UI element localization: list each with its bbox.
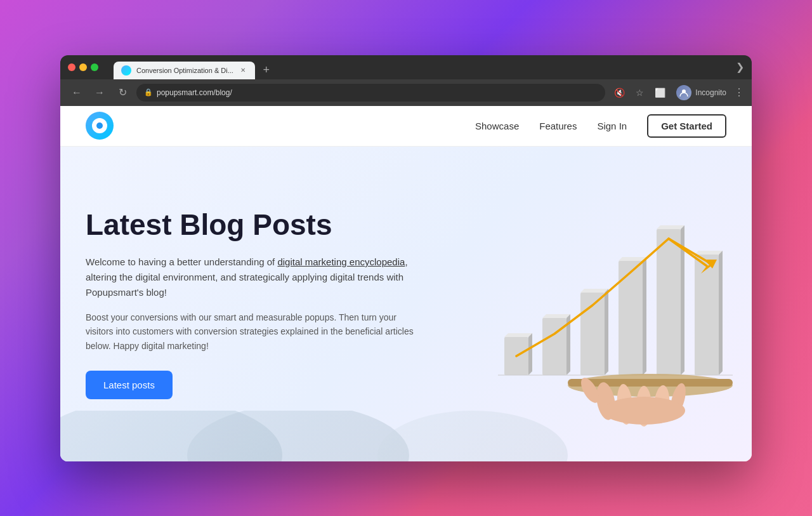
svg-marker-11 — [619, 257, 646, 261]
tab-close-button[interactable]: ✕ — [239, 66, 247, 75]
hero-subtitle-text: Welcome to having a better understanding… — [86, 256, 277, 267]
active-tab[interactable]: Conversion Optimization & Di... ✕ — [114, 62, 255, 79]
incognito-label: Incognito — [695, 88, 726, 97]
refresh-button[interactable]: ↻ — [114, 84, 131, 102]
browser-window: Conversion Optimization & Di... ✕ + ❯ ← … — [60, 55, 752, 461]
latest-posts-button[interactable]: Latest posts — [86, 371, 173, 399]
logo-inner — [92, 118, 107, 133]
incognito-area: Incognito — [676, 85, 726, 100]
hero-description: Boost your conversions with our smart an… — [86, 310, 416, 353]
browser-titlebar: Conversion Optimization & Di... ✕ + ❯ — [60, 55, 752, 79]
nav-links: Showcase Features Sign In Get Started — [475, 114, 726, 138]
svg-marker-8 — [580, 289, 608, 293]
site-logo[interactable] — [86, 112, 114, 140]
nav-features[interactable]: Features — [539, 121, 577, 131]
tab-favicon — [121, 65, 131, 76]
hero-content: Latest Blog Posts Welcome to having a be… — [86, 208, 438, 399]
tab-title: Conversion Optimization & Di... — [136, 67, 233, 74]
addressbar-actions: 🔇 ☆ ⬜ — [610, 84, 669, 102]
bookmark-star-icon[interactable]: ☆ — [631, 84, 648, 102]
hero-illustration — [438, 172, 727, 436]
site-navigation: Showcase Features Sign In Get Started — [60, 106, 752, 147]
browser-addressbar: ← → ↻ 🔒 popupsmart.com/blog/ 🔇 ☆ ⬜ Incog… — [60, 79, 752, 106]
tab-overflow-button[interactable]: ❯ — [736, 61, 744, 73]
browser-view-icon[interactable]: ⬜ — [651, 84, 669, 102]
background-hills — [60, 411, 752, 461]
forward-button[interactable]: → — [91, 84, 108, 102]
nav-showcase[interactable]: Showcase — [475, 121, 519, 131]
close-traffic-light[interactable] — [68, 63, 75, 71]
new-tab-button[interactable]: + — [258, 62, 275, 79]
svg-marker-14 — [657, 225, 684, 229]
back-button[interactable]: ← — [68, 84, 86, 102]
browser-tabs: Conversion Optimization & Di... ✕ + — [114, 55, 731, 79]
hero-subtitle: Welcome to having a better understanding… — [86, 255, 438, 300]
address-bar[interactable]: 🔒 popupsmart.com/blog/ — [136, 84, 605, 102]
svg-marker-3 — [528, 333, 532, 375]
webpage-content: Showcase Features Sign In Get Started La… — [60, 106, 752, 461]
logo-dot — [96, 122, 103, 129]
svg-marker-17 — [695, 251, 723, 255]
incognito-avatar — [676, 85, 691, 100]
hero-title: Latest Blog Posts — [86, 208, 438, 242]
minimize-traffic-light[interactable] — [79, 63, 87, 71]
traffic-lights — [68, 63, 98, 71]
security-lock-icon: 🔒 — [144, 88, 153, 96]
svg-marker-2 — [504, 333, 532, 337]
get-started-button[interactable]: Get Started — [647, 114, 726, 138]
fullscreen-traffic-light[interactable] — [91, 63, 98, 71]
mute-icon[interactable]: 🔇 — [610, 84, 628, 102]
digital-marketing-link[interactable]: digital marketing encyclopedia — [277, 256, 405, 267]
browser-more-button[interactable]: ⋮ — [734, 86, 744, 98]
url-text: popupsmart.com/blog/ — [157, 88, 232, 97]
hero-section: Latest Blog Posts Welcome to having a be… — [60, 147, 752, 461]
nav-sign-in[interactable]: Sign In — [597, 121, 627, 131]
